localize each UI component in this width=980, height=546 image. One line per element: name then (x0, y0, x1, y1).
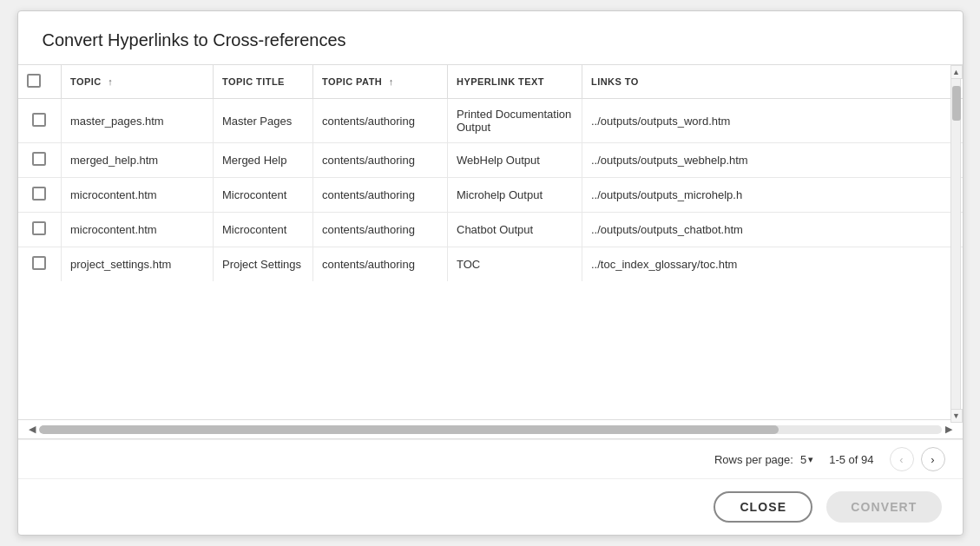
select-all-checkbox[interactable] (27, 74, 41, 88)
close-button[interactable]: CLOSE (714, 491, 812, 523)
row-checkbox-4[interactable] (32, 256, 46, 270)
row-topic: microcontent.htm (62, 178, 214, 213)
row-title: Microcontent (214, 213, 313, 247)
rows-select-chevron-icon: ▾ (808, 454, 813, 465)
rows-per-page-label: Rows per page: (714, 453, 793, 466)
row-path: contents/authoring (313, 247, 448, 282)
row-checkbox-cell (18, 99, 62, 143)
row-links: ../toc_index_glossary/toc.htm (582, 247, 963, 282)
row-links: ../outputs/outputs_chatbot.htm (582, 213, 963, 247)
row-topic: master_pages.htm (62, 99, 214, 143)
prev-page-button[interactable]: ‹ (890, 447, 914, 471)
row-hlink: Printed Documentation Output (448, 99, 582, 143)
row-checkbox-1[interactable] (32, 152, 46, 166)
table-row: project_settings.htm Project Settings co… (18, 247, 963, 282)
row-hlink: Microhelp Output (448, 178, 582, 213)
dialog-footer: CLOSE CONVERT (18, 478, 963, 535)
topic-sort-icon: ↑ (108, 76, 113, 87)
horiz-scrollbar-thumb (39, 425, 779, 434)
row-title: Master Pages (214, 99, 313, 143)
row-topic: merged_help.htm (62, 143, 214, 178)
header-hyperlink: HYPERLINK TEXT (448, 65, 582, 99)
vertical-scrollbar: ▲ ▼ (950, 65, 963, 423)
horizontal-scrollbar-row: ◀ ▶ (18, 419, 963, 438)
data-table: TOPIC ↑ TOPIC TITLE TOPIC PATH ↑ HYPERLI… (18, 65, 963, 281)
table-row: microcontent.htm Microcontent contents/a… (18, 178, 963, 213)
row-checkbox-0[interactable] (32, 113, 46, 127)
next-page-button[interactable]: › (921, 447, 945, 471)
vert-scroll-down-btn[interactable]: ▼ (950, 409, 963, 423)
row-checkbox-2[interactable] (32, 187, 46, 201)
row-hlink: Chatbot Output (448, 213, 582, 247)
header-links: LINKS TO (582, 65, 963, 99)
table-row: master_pages.htm Master Pages contents/a… (18, 99, 963, 143)
horiz-scroll-right-icon[interactable]: ▶ (942, 424, 956, 435)
rows-per-page-select[interactable]: 5 ▾ (800, 453, 813, 466)
vert-scroll-thumb (952, 86, 961, 121)
row-checkbox-3[interactable] (32, 221, 46, 235)
row-title: Merged Help (214, 143, 313, 178)
table-wrapper: TOPIC ↑ TOPIC TITLE TOPIC PATH ↑ HYPERLI… (18, 64, 963, 439)
row-title: Microcontent (214, 178, 313, 213)
header-check (18, 65, 62, 99)
header-path[interactable]: TOPIC PATH ↑ (313, 65, 448, 99)
header-topic[interactable]: TOPIC ↑ (62, 65, 214, 99)
row-links: ../outputs/outputs_microhelp.h (582, 178, 963, 213)
row-checkbox-cell (18, 178, 62, 213)
horiz-scroll-left-icon[interactable]: ◀ (25, 424, 39, 435)
row-hlink: WebHelp Output (448, 143, 582, 178)
row-topic: microcontent.htm (62, 213, 214, 247)
row-checkbox-cell (18, 143, 62, 178)
row-path: contents/authoring (313, 213, 448, 247)
row-path: contents/authoring (313, 178, 448, 213)
row-links: ../outputs/outputs_word.htm (582, 99, 963, 143)
row-path: contents/authoring (313, 99, 448, 143)
convert-button[interactable]: CONVERT (826, 491, 941, 523)
row-checkbox-cell (18, 213, 62, 247)
row-checkbox-cell (18, 247, 62, 282)
row-title: Project Settings (214, 247, 313, 282)
table-row: microcontent.htm Microcontent contents/a… (18, 213, 963, 247)
header-title: TOPIC TITLE (214, 65, 313, 99)
table-scroll[interactable]: TOPIC ↑ TOPIC TITLE TOPIC PATH ↑ HYPERLI… (18, 65, 963, 419)
row-hlink: TOC (448, 247, 582, 282)
dialog-title: Convert Hyperlinks to Cross-references (18, 11, 963, 64)
page-info: 1-5 of 94 (829, 453, 873, 466)
dialog: Convert Hyperlinks to Cross-references (17, 10, 964, 536)
row-path: contents/authoring (313, 143, 448, 178)
vert-scroll-track[interactable] (950, 79, 961, 409)
pagination-bar: Rows per page: 5 ▾ 1-5 of 94 ‹ › (18, 439, 963, 478)
table-row: merged_help.htm Merged Help contents/aut… (18, 143, 963, 178)
vert-scroll-up-btn[interactable]: ▲ (950, 65, 963, 79)
row-topic: project_settings.htm (62, 247, 214, 282)
horiz-scrollbar-track[interactable] (39, 425, 942, 434)
row-links: ../outputs/outputs_webhelp.htm (582, 143, 963, 178)
path-sort-icon: ↑ (389, 76, 394, 87)
